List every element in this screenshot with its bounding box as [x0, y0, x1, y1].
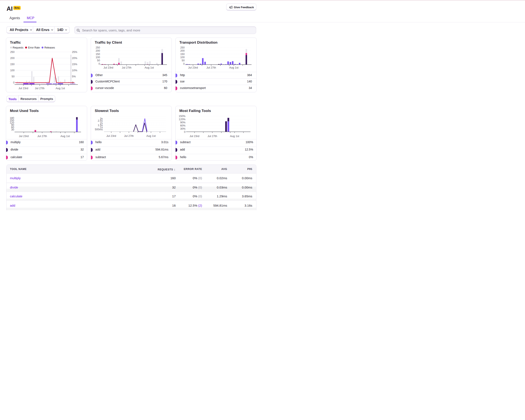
svg-text:25%: 25%: [72, 51, 77, 54]
svg-text:0: 0: [13, 81, 15, 84]
svg-text:5%: 5%: [72, 75, 76, 78]
svg-text:250: 250: [180, 46, 185, 49]
svg-text:100: 100: [96, 56, 100, 59]
svg-text:250: 250: [96, 46, 100, 49]
svg-text:Jul 23rd: Jul 23rd: [106, 134, 116, 137]
svg-text:Jul 23rd: Jul 23rd: [19, 135, 28, 138]
svg-text:250: 250: [10, 51, 15, 54]
svg-text:20%: 20%: [72, 57, 77, 60]
svg-text:Aug 1st: Aug 1st: [230, 135, 239, 138]
svg-text:Jul 23rd: Jul 23rd: [188, 66, 198, 69]
svg-text:Aug 1st: Aug 1st: [60, 135, 70, 138]
svg-text:0: 0: [184, 130, 186, 133]
svg-text:150: 150: [96, 53, 100, 56]
svg-text:50: 50: [97, 59, 100, 62]
svg-text:Jul 27th: Jul 27th: [124, 134, 134, 137]
svg-text:500ms: 500ms: [95, 128, 103, 131]
svg-text:200: 200: [96, 49, 100, 52]
svg-text:60%: 60%: [180, 124, 186, 127]
svg-text:90%: 90%: [180, 121, 186, 124]
svg-text:Jul 27th: Jul 27th: [35, 87, 45, 90]
svg-text:15%: 15%: [72, 63, 77, 66]
svg-text:0: 0: [183, 62, 185, 65]
svg-text:Jul 27th: Jul 27th: [206, 66, 216, 69]
svg-text:30%: 30%: [180, 127, 186, 130]
svg-text:Aug 1st: Aug 1st: [229, 66, 238, 69]
svg-text:Aug 1st: Aug 1st: [146, 134, 156, 137]
svg-text:150: 150: [180, 53, 185, 56]
svg-text:50: 50: [12, 75, 15, 78]
svg-text:Jul 27th: Jul 27th: [37, 135, 47, 138]
svg-text:Aug 1st: Aug 1st: [56, 87, 65, 90]
svg-text:200: 200: [180, 49, 185, 52]
svg-text:100: 100: [180, 56, 185, 59]
svg-text:Jul 27th: Jul 27th: [122, 66, 131, 69]
svg-text:120%: 120%: [179, 118, 186, 121]
svg-text:Jul 23rd: Jul 23rd: [103, 66, 113, 69]
svg-text:50: 50: [182, 59, 185, 62]
svg-text:Jul 27th: Jul 27th: [207, 135, 217, 138]
svg-text:30: 30: [11, 128, 14, 131]
svg-text:150%: 150%: [179, 115, 186, 118]
svg-text:100: 100: [10, 69, 15, 72]
svg-text:150: 150: [10, 63, 15, 66]
svg-text:Jul 23rd: Jul 23rd: [18, 87, 28, 90]
svg-text:0: 0: [99, 62, 100, 65]
svg-text:200: 200: [10, 57, 15, 60]
svg-text:Jul 23rd: Jul 23rd: [190, 135, 199, 138]
svg-text:10%: 10%: [72, 69, 77, 72]
svg-text:Aug 1st: Aug 1st: [145, 66, 154, 69]
